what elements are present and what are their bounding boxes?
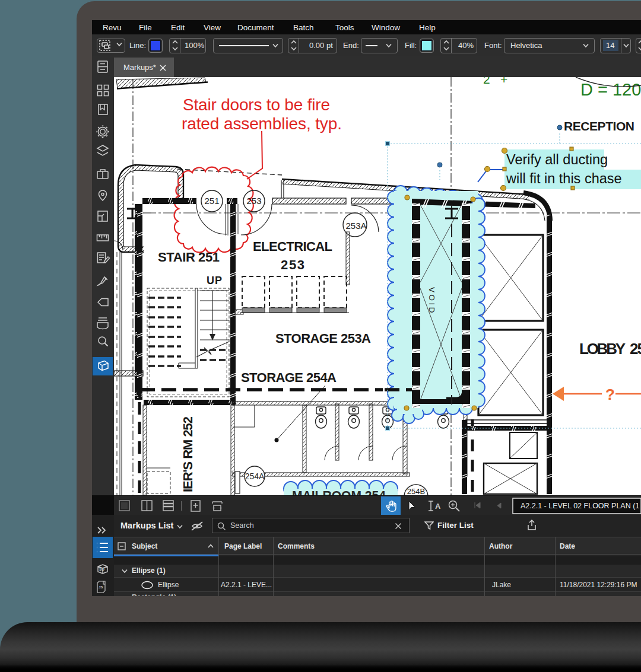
svg-text:VOID: VOID <box>427 287 436 315</box>
svg-text:will fit in this chase: will fit in this chase <box>506 171 622 186</box>
svg-text:Verify all ducting: Verify all ducting <box>506 152 608 167</box>
svg-text:STORAGE 253A: STORAGE 253A <box>275 331 371 346</box>
svg-text:253A: 253A <box>345 221 366 231</box>
svg-text:253: 253 <box>246 196 261 206</box>
svg-text:?: ? <box>605 386 615 403</box>
svg-text:Stair doors to be fire: Stair doors to be fire <box>183 95 330 114</box>
svg-text:ELECTRICAL: ELECTRICAL <box>253 239 332 254</box>
svg-text:STORAGE 254A: STORAGE 254A <box>241 370 337 385</box>
svg-text:UP: UP <box>207 275 222 286</box>
svg-text:IER'S RM 252: IER'S RM 252 <box>180 416 195 492</box>
svg-text:251: 251 <box>204 196 219 206</box>
svg-text:254A: 254A <box>245 472 265 481</box>
svg-text:25: 25 <box>630 340 641 358</box>
svg-text:253: 253 <box>281 257 304 272</box>
svg-text:D = 120: D = 120 <box>580 80 641 99</box>
svg-text:LOBBY: LOBBY <box>579 340 626 358</box>
svg-text:3D: 3D <box>99 567 104 571</box>
svg-text:+: + <box>500 77 507 86</box>
svg-text:JS: JS <box>99 585 103 589</box>
svg-text:RECEPTION: RECEPTION <box>564 119 634 133</box>
svg-text:STAIR 251: STAIR 251 <box>158 250 220 265</box>
svg-text:MAILROOM 254: MAILROOM 254 <box>292 488 386 495</box>
svg-text:2: 2 <box>483 77 490 86</box>
svg-text:A: A <box>435 502 441 511</box>
svg-text:rated assemblies, typ.: rated assemblies, typ. <box>182 114 342 133</box>
svg-text:254B: 254B <box>407 487 425 495</box>
svg-text:A2.2.1 - LEVEL 02 FLOOR PLAN (: A2.2.1 - LEVEL 02 FLOOR PLAN (1 o <box>521 502 641 510</box>
